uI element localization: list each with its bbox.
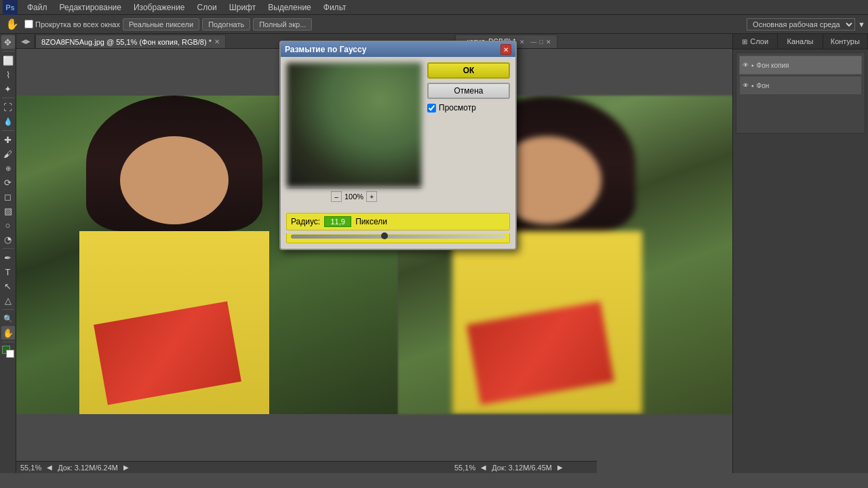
- zoom-value: 100%: [344, 192, 363, 201]
- dialog-preview-image: [286, 62, 422, 188]
- menu-edit[interactable]: Редактирование: [54, 1, 127, 14]
- cancel-button[interactable]: Отмена: [427, 83, 510, 99]
- menu-image[interactable]: Изображение: [128, 1, 191, 14]
- path-select-tool[interactable]: ↖: [1, 279, 15, 293]
- workspace-select[interactable]: Основная рабочая среда: [747, 18, 855, 30]
- hand-tool-icon: ✋: [3, 18, 22, 30]
- preview-label: Просмотр: [439, 103, 476, 113]
- radius-label: Радиус:: [291, 217, 320, 226]
- doc-info-left: Док: 3.12M/6.24M: [58, 464, 118, 472]
- menu-layers[interactable]: Слои: [192, 1, 222, 14]
- panel-tab-channels[interactable]: Каналы: [778, 34, 823, 49]
- panel-tabs: ⊞ Слои Каналы Контуры: [733, 34, 868, 49]
- layers-label: Слои: [750, 37, 768, 45]
- magic-wand-tool[interactable]: ✦: [1, 82, 15, 96]
- gradient-tool[interactable]: ▨: [1, 204, 15, 218]
- clone-tool[interactable]: ⊕: [1, 161, 15, 175]
- tab-right-close2-icon[interactable]: ✕: [546, 39, 551, 45]
- dodge-tool[interactable]: ◔: [1, 232, 15, 246]
- crop-tool[interactable]: ⛶: [1, 100, 15, 114]
- shape-tool[interactable]: △: [1, 293, 15, 307]
- preview-checkbox[interactable]: [427, 104, 436, 113]
- layer-bg-visibility-icon[interactable]: 👁: [743, 82, 749, 89]
- radius-slider-thumb[interactable]: [381, 232, 388, 239]
- options-bar: ✋ Прокрутка во всех окнах Реальные пиксе…: [0, 15, 868, 34]
- panel-tab-paths[interactable]: Контуры: [823, 34, 868, 49]
- background-color[interactable]: [6, 350, 14, 358]
- dialog-zoom-row: – 100% +: [286, 188, 422, 205]
- heal-tool[interactable]: ✚: [1, 133, 15, 146]
- zoom-level-left: 55,1%: [20, 464, 41, 472]
- menu-font[interactable]: Шрифт: [224, 1, 261, 14]
- nav-arrow-left-right[interactable]: ◀: [481, 464, 486, 471]
- canvas-area: ◀ ▶ 8ZOA8FN5Aug.jpg @ 55,1% (Фон копия, …: [16, 34, 732, 473]
- tab-arrow-left-icon[interactable]: ◀: [21, 38, 26, 45]
- channels-label: Каналы: [787, 37, 813, 45]
- person-left: [32, 96, 317, 414]
- menu-file[interactable]: Файл: [22, 1, 53, 14]
- actual-pixels-button[interactable]: Реальные пиксели: [123, 18, 199, 30]
- dialog-controls: ОК Отмена Просмотр: [427, 62, 510, 205]
- paths-label: Контуры: [831, 37, 860, 45]
- full-screen-button[interactable]: Полный экр...: [253, 18, 312, 30]
- tab-right-close-icon[interactable]: ✕: [519, 39, 525, 45]
- preview-area: – 100% +: [286, 62, 422, 205]
- main-area: ✥ ⬜ ⌇ ✦ ⛶ 💧 ✚ 🖌 ⊕ ⟳ ◻ ▨ ○ ◔ ✒ T ↖ △ 🔍 ✋: [0, 34, 868, 473]
- lasso-tool[interactable]: ⌇: [1, 68, 15, 81]
- scroll-all-checkbox[interactable]: Прокрутка во всех окнах: [24, 20, 120, 28]
- zoom-in-button[interactable]: +: [366, 191, 377, 202]
- menu-bar: Ps Файл Редактирование Изображение Слои …: [0, 0, 868, 15]
- layer-bg-thumbnail-icon: ▪: [751, 82, 754, 89]
- preview-checkbox-row: Просмотр: [427, 103, 510, 113]
- tab-right-minimize-icon[interactable]: —: [528, 39, 536, 45]
- eraser-tool[interactable]: ◻: [1, 190, 15, 203]
- zoom-level-right: 55,1%: [454, 464, 475, 472]
- face-left: [120, 136, 229, 224]
- nav-arrow-right-right[interactable]: ▶: [557, 464, 563, 471]
- blur-tool[interactable]: ○: [1, 218, 15, 232]
- menu-filter[interactable]: Фильт: [318, 1, 352, 14]
- nav-arrow-right-left[interactable]: ▶: [123, 464, 129, 471]
- pen-tool[interactable]: ✒: [1, 251, 15, 264]
- tab-arrow-right-icon[interactable]: ▶: [26, 38, 31, 45]
- fit-button[interactable]: Подогнать: [202, 18, 250, 30]
- ok-button[interactable]: ОК: [427, 62, 510, 79]
- dialog-body: – 100% + ОК Отмена Просмотр: [281, 57, 515, 210]
- radius-row: Радиус: Пиксели: [286, 213, 510, 230]
- layers-list: 👁 ▪ Фон копия 👁 ▪ Фон: [736, 52, 865, 134]
- dialog-footer: Радиус: Пиксели: [281, 210, 515, 249]
- layer-visibility-icon[interactable]: 👁: [743, 62, 749, 68]
- dialog-close-button[interactable]: ✕: [500, 44, 511, 55]
- tab-main[interactable]: 8ZOA8FN5Aug.jpg @ 55,1% (Фон копия, RGB/…: [35, 35, 226, 48]
- layer-item-copy[interactable]: 👁 ▪ Фон копия: [739, 56, 862, 75]
- hand-tool[interactable]: ✋: [1, 326, 15, 340]
- tool-separator-5: [2, 309, 14, 310]
- menu-select[interactable]: Выделение: [262, 1, 317, 14]
- layer-item-bg[interactable]: 👁 ▪ Фон: [739, 76, 862, 95]
- tool-separator-4: [2, 248, 14, 249]
- color-swatch[interactable]: [2, 346, 14, 358]
- tab-right-maximize-icon[interactable]: □: [539, 39, 542, 45]
- dialog-titlebar: Размытие по Гауссу ✕: [281, 42, 515, 57]
- zoom-out-button[interactable]: –: [331, 191, 342, 202]
- workspace-arrow-icon[interactable]: ▼: [858, 20, 865, 28]
- history-brush-tool[interactable]: ⟳: [1, 176, 15, 189]
- tab-main-close-icon[interactable]: ✕: [214, 38, 220, 45]
- eyedropper-tool[interactable]: 💧: [1, 115, 15, 128]
- radius-input[interactable]: [324, 216, 351, 227]
- status-bar-left: 55,1% ◀ Док: 3.12M/6.24M ▶: [16, 461, 450, 473]
- nav-arrow-left[interactable]: ◀: [47, 464, 52, 471]
- right-panels: ⊞ Слои Каналы Контуры 👁 ▪ Фон копия 👁 ▪: [732, 34, 868, 473]
- marquee-tool[interactable]: ⬜: [1, 54, 15, 67]
- layers-content: 👁 ▪ Фон копия 👁 ▪ Фон: [733, 49, 868, 136]
- move-tool[interactable]: ✥: [1, 35, 15, 49]
- zoom-tool[interactable]: 🔍: [1, 312, 15, 325]
- radius-slider-track[interactable]: [291, 235, 505, 239]
- status-bar-right: 55,1% ◀ Док: 3.12M/6.45M ▶: [450, 461, 597, 473]
- brush-tool[interactable]: 🖌: [1, 147, 15, 161]
- tool-separator-2: [2, 98, 14, 98]
- layer-name: Фон копия: [757, 62, 789, 69]
- type-tool[interactable]: T: [1, 265, 15, 279]
- layers-icon: ⊞: [742, 38, 747, 45]
- panel-tab-layers[interactable]: ⊞ Слои: [733, 34, 778, 49]
